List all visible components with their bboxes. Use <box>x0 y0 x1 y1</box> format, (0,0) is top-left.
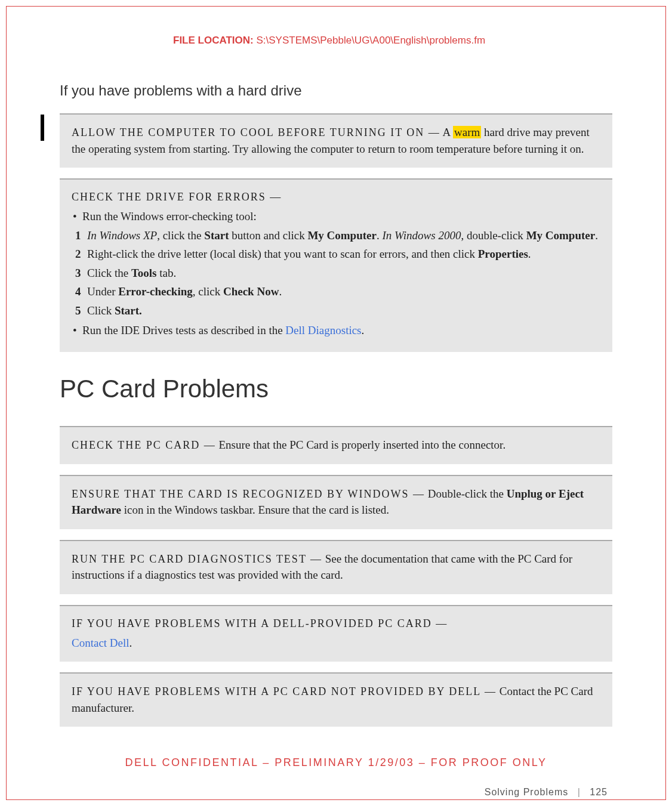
page-border <box>6 6 666 800</box>
step-3: Click the Tools tab. <box>72 265 600 282</box>
revision-bar-icon <box>41 115 44 141</box>
step-4: Under Error-checking, click Check Now. <box>72 283 600 300</box>
step-5: Click Start. <box>72 302 600 319</box>
bullet-item: Run the Windows error-checking tool: <box>72 208 600 225</box>
step-1: In Windows XP, click the Start button an… <box>72 227 600 244</box>
step-2: Right-click the drive letter (local disk… <box>72 246 600 263</box>
bullet-item: Run the IDE Drives tests as described in… <box>72 322 600 339</box>
dell-diagnostics-link[interactable]: Dell Diagnostics <box>285 324 361 336</box>
